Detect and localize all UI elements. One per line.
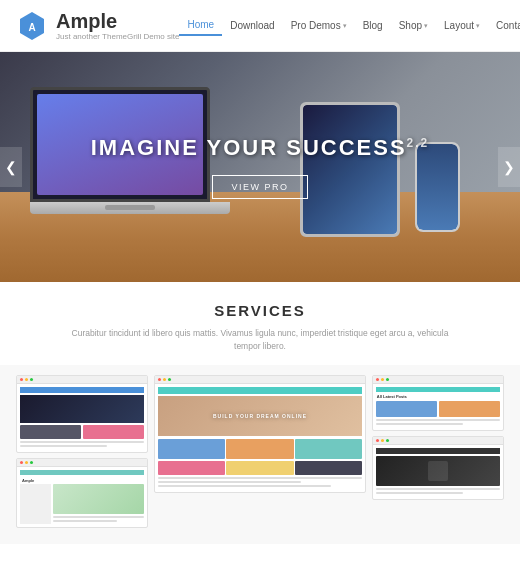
nav-shop[interactable]: Shop ▾ [391,16,436,35]
browser-chrome-center [155,376,365,384]
header: A Ample Just another ThemeGrill Demo sit… [0,0,520,52]
nav-layout[interactable]: Layout ▾ [436,16,488,35]
services-section: SERVICES Curabitur tincidunt id libero q… [0,282,520,365]
mock-text-right-2 [376,488,500,494]
screenshot-2-content: Ample [17,467,147,527]
main-nav: Home Download Pro Demos ▾ Blog Shop ▾ La… [179,14,520,37]
right-site-label: All Latest Posts [376,394,500,399]
nav-download[interactable]: Download [222,16,282,35]
mock-sidebar-layout [20,484,144,524]
screenshots-col-left: Ample [16,375,148,528]
phone-screen [417,144,458,230]
nav-blog[interactable]: Blog [355,16,391,35]
screenshot-right-1: All Latest Posts [372,375,504,431]
screenshot-1-content [17,384,147,452]
mock-text-2 [53,516,144,522]
layout-arrow: ▾ [476,22,480,30]
tablet-screen [303,105,397,234]
screenshots-grid: Ample [16,375,504,528]
shop-arrow: ▾ [424,22,428,30]
mock-main-content [53,484,144,524]
nav-pro-demos[interactable]: Pro Demos ▾ [283,16,355,35]
svg-text:A: A [28,22,35,33]
view-pro-button[interactable]: VIEW PRO [212,175,307,199]
nav-home[interactable]: Home [179,15,222,36]
mock-logo-text: Ample [20,477,144,484]
hero-section: IMAGINE YOUR SUCCESS2.2 VIEW PRO ❮ ❯ [0,52,520,282]
mock-text-1 [20,441,144,447]
screenshot-1 [16,375,148,453]
pro-demos-arrow: ▾ [343,22,347,30]
mock-map [53,484,144,514]
laptop-keyboard [30,202,230,214]
screenshot-right-1-content: All Latest Posts [373,384,503,430]
mock-sidebar-el [20,484,51,524]
screenshot-right-2 [372,436,504,500]
screenshots-col-right: All Latest Posts [372,375,504,500]
logo-text-wrap: Ample Just another ThemeGrill Demo site [56,10,179,42]
screenshots-section: Ample [0,365,520,544]
laptop-screen [30,87,210,202]
services-title: SERVICES [20,302,500,319]
screenshots-col-center: BUILD YOUR DREAM ONLINE [154,375,366,493]
nav-contact[interactable]: Contact Us [488,16,520,35]
logo-area: A Ample Just another ThemeGrill Demo sit… [16,10,179,42]
hero-prev-arrow[interactable]: ❮ [0,147,22,187]
browser-chrome-2 [17,459,147,467]
browser-chrome-right [373,376,503,384]
browser-chrome [17,376,147,384]
screenshot-2: Ample [16,458,148,528]
browser-chrome-right-2 [373,437,503,445]
site-title: Ample [56,10,179,32]
hero-next-arrow[interactable]: ❯ [498,147,520,187]
mock-text-center [158,477,362,487]
mock-text-right [376,419,500,425]
services-description: Curabitur tincidunt id libero quis matti… [70,327,450,353]
tablet-mockup [300,102,400,237]
laptop-mockup [30,87,230,227]
site-subtitle: Just another ThemeGrill Demo site [56,32,179,42]
screenshot-center-content: BUILD YOUR DREAM ONLINE [155,384,365,492]
screenshot-right-2-content [373,445,503,499]
phone-mockup [415,142,460,232]
screenshot-center-main: BUILD YOUR DREAM ONLINE [154,375,366,493]
logo-icon: A [16,10,48,42]
